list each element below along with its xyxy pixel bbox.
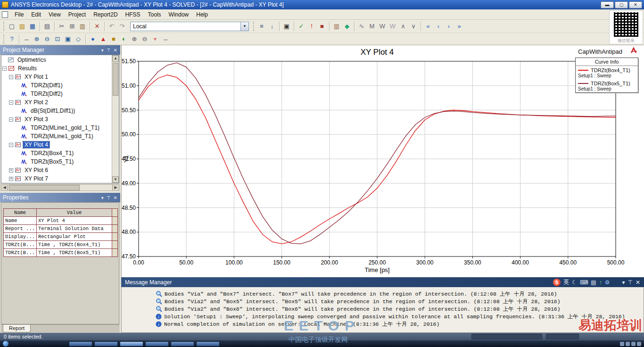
tree-item-tdrzt-mline1-gold-1-t1-[interactable]: TDRZt(MLine1_gold_1_T1): [1, 124, 112, 132]
panel-menu-icon[interactable]: ▾: [101, 48, 104, 53]
cut-button[interactable]: ✂: [57, 21, 67, 32]
delete-button[interactable]: ✕: [92, 21, 102, 32]
clipboard-icon[interactable]: ▤: [591, 279, 596, 286]
tree-item-tdrzt-mline1-gold-t1-[interactable]: TDRZt(MLine1_gold_T1): [1, 132, 112, 140]
save-button[interactable]: ▦: [27, 21, 38, 32]
close-button[interactable]: ✕: [629, 1, 642, 8]
wave-m-button[interactable]: M: [367, 21, 377, 32]
tree-item-xy-plot-6[interactable]: +XY Plot 6: [1, 166, 112, 174]
tree-item-tdrzt-diff1-[interactable]: TDRZt(Diff1): [1, 81, 112, 90]
maximize-button[interactable]: ▢: [615, 1, 628, 8]
pin-icon[interactable]: ⊤: [107, 48, 111, 53]
tree-item-xy-plot-2[interactable]: −XY Plot 2: [1, 98, 112, 107]
expand-icon[interactable]: +: [9, 177, 13, 181]
close-icon[interactable]: ✕: [114, 48, 117, 53]
message-row[interactable]: Bodies "Via2" and "Box5" intersect. "Box…: [156, 297, 644, 305]
boolean-subtract-button[interactable]: ⊖: [140, 34, 150, 44]
project-tree-hscrollbar[interactable]: ◀ ▶: [1, 184, 119, 191]
taskbar-window-button[interactable]: [94, 341, 118, 347]
clipboard-button[interactable]: ▥: [331, 21, 342, 32]
fit-all-button[interactable]: ▣: [63, 34, 73, 44]
redo-button[interactable]: ↷: [117, 21, 127, 32]
sphere-button[interactable]: ●: [88, 34, 98, 44]
chevron-down-icon[interactable]: ▼: [240, 22, 248, 31]
box-button[interactable]: ■: [108, 34, 119, 44]
help-button[interactable]: ?: [7, 34, 17, 44]
interrupt-button[interactable]: ■: [317, 21, 327, 32]
menu-tools[interactable]: Tools: [144, 10, 165, 19]
cone-button[interactable]: ▲: [98, 34, 108, 44]
system-tray[interactable]: [620, 342, 641, 346]
wave-down-button[interactable]: ∨: [408, 21, 419, 32]
open-button[interactable]: ▨: [17, 21, 27, 32]
close-icon[interactable]: ✕: [636, 279, 640, 286]
list-data-button[interactable]: ≡: [256, 21, 267, 32]
upload-icon[interactable]: ↑: [599, 279, 602, 286]
toolbar-grip[interactable]: [253, 22, 255, 31]
zoom-in-button[interactable]: ⊕: [32, 34, 42, 44]
undo-button[interactable]: ↶: [107, 21, 117, 32]
nav-prev-button[interactable]: ‹: [433, 21, 444, 32]
tree-item-tdrzt-box4-t1-[interactable]: TDRZt(Box4_T1): [1, 149, 112, 157]
paste-button[interactable]: ▥: [77, 21, 88, 32]
ime-language-label[interactable]: 英: [563, 278, 569, 286]
property-value-cell[interactable]: XY Plot 4: [37, 217, 112, 225]
zoom-out-button[interactable]: ⊖: [42, 34, 52, 44]
property-value-cell[interactable]: Time , TDRZt(Box4_T1): [37, 241, 112, 249]
pin-icon[interactable]: ⊤: [107, 195, 111, 200]
cylinder-button[interactable]: ◐: [119, 34, 129, 44]
property-value-cell[interactable]: Rectangular Plot: [37, 233, 112, 241]
tab-report[interactable]: Report: [3, 325, 31, 332]
hscroll-thumb[interactable]: [9, 185, 80, 190]
validate-button[interactable]: ✓: [296, 21, 306, 32]
message-row[interactable]: iNormal completion of simulation on serv…: [156, 320, 644, 328]
collapse-icon[interactable]: −: [9, 100, 13, 105]
tree-item-optimetrics[interactable]: Optimetrics: [1, 56, 112, 64]
panel-menu-icon[interactable]: ▾: [101, 195, 104, 200]
machine-combo[interactable]: Local ▼: [130, 22, 249, 31]
menu-file[interactable]: File: [11, 10, 27, 19]
collapse-icon[interactable]: −: [9, 75, 13, 79]
overlay-button[interactable]: ◆: [342, 21, 352, 32]
measure-button[interactable]: ↔: [160, 34, 171, 44]
collapse-icon[interactable]: −: [9, 117, 13, 122]
copy-button[interactable]: ⊞: [67, 21, 77, 32]
menu-help[interactable]: Help: [192, 10, 212, 19]
start-button-icon[interactable]: [3, 341, 8, 347]
analyze-button[interactable]: !: [306, 21, 317, 32]
moon-icon[interactable]: ☾: [572, 279, 577, 286]
nav-next-button[interactable]: ›: [444, 21, 454, 32]
sogou-ime-icon[interactable]: S: [553, 279, 561, 286]
export-data-button[interactable]: ↓: [267, 21, 277, 32]
vscroll-thumb[interactable]: [113, 63, 118, 96]
xy-plot-canvas[interactable]: 0.0050.00100.00150.00200.00250.00300.003…: [122, 45, 644, 277]
menu-project[interactable]: Project: [65, 10, 90, 19]
message-manager-header[interactable]: Message Manager S 英 ☾ ⌨ ▤ ↑ ⚙ ▾ ⊤ ✕: [121, 277, 644, 287]
taskbar-window-button[interactable]: [171, 341, 194, 347]
collapse-icon[interactable]: −: [9, 143, 13, 147]
properties-header[interactable]: Properties ▾ ⊤ ✕: [0, 193, 120, 202]
tree-item-tdrzt-diff2-[interactable]: TDRZt(Diff2): [1, 90, 112, 98]
nav-first-button[interactable]: «: [423, 21, 433, 32]
wave-w2-button[interactable]: W: [388, 21, 398, 32]
menu-window[interactable]: Window: [165, 10, 193, 19]
fit-selection-button[interactable]: ◇: [73, 34, 83, 44]
pan-button[interactable]: ↔: [21, 34, 32, 44]
tree-item-tdrzt-box5-t1-[interactable]: TDRZt(Box5_T1): [1, 157, 112, 166]
wave-up-button[interactable]: ∧: [398, 21, 408, 32]
tree-item-results[interactable]: −Results: [1, 64, 112, 73]
expand-icon[interactable]: +: [9, 168, 13, 173]
tree-item-db-st-diff1-diff1-[interactable]: dB(St(Diff1,Diff1)): [1, 107, 112, 115]
taskbar-window-button[interactable]: [145, 341, 169, 347]
print-button[interactable]: ▤: [42, 21, 52, 32]
menu-view[interactable]: View: [45, 10, 65, 19]
boolean-union-button[interactable]: ⊕: [129, 34, 140, 44]
panel-menu-icon[interactable]: ▾: [622, 279, 625, 286]
toolbar-grip[interactable]: [3, 22, 5, 31]
keyboard-icon[interactable]: ⌨: [580, 279, 588, 286]
new-button[interactable]: ▢: [7, 21, 17, 32]
settings-wrench-icon[interactable]: ⚙: [605, 279, 610, 286]
wave-sin-button[interactable]: ∿: [356, 21, 367, 32]
menu-hfss[interactable]: HFSS: [122, 10, 144, 19]
property-value-cell[interactable]: Time , TDRZt(Box5_T1): [37, 249, 112, 257]
